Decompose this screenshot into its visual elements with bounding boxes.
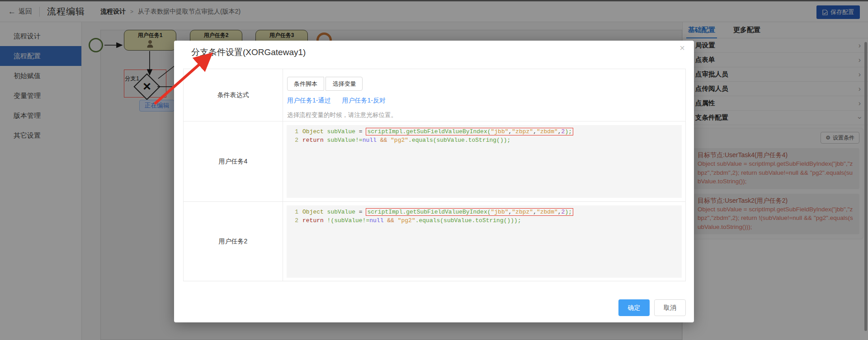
confirm-button[interactable]: 确定 xyxy=(618,299,650,316)
row-label-usertask2: 用户任务2 xyxy=(184,202,283,281)
code-editor-usertask4[interactable]: 1Object subValue = scriptImpl.getSubFiel… xyxy=(287,125,682,198)
modal-title: 分支条件设置(XORGateway1) xyxy=(191,45,306,60)
code-editor-usertask2[interactable]: 1Object subValue = scriptImpl.getSubFiel… xyxy=(287,205,682,278)
cancel-button[interactable]: 取消 xyxy=(654,299,686,316)
branch-condition-modal: 分支条件设置(XORGateway1) × 条件表达式 条件脚本 选择变量 用户… xyxy=(174,41,694,322)
condition-table: 条件表达式 条件脚本 选择变量 用户任务1-通过 用户任务1-反对 选择流程变量… xyxy=(183,69,686,281)
select-variable-button[interactable]: 选择变量 xyxy=(326,77,363,91)
code-line: return subValue!=null && "pg2".equals(su… xyxy=(302,137,510,144)
row-label-condition-expression: 条件表达式 xyxy=(184,69,283,121)
line-number: 1 xyxy=(287,127,298,136)
close-icon[interactable]: × xyxy=(679,43,685,52)
link-usertask1-approve[interactable]: 用户任务1-通过 xyxy=(287,97,330,105)
line-number: 2 xyxy=(287,216,298,225)
code-line: Object subValue = scriptImpl.getSubField… xyxy=(302,208,573,216)
line-number: 1 xyxy=(287,208,298,216)
link-usertask1-reject[interactable]: 用户任务1-反对 xyxy=(342,97,385,105)
code-line: return !(subValue!=null && "pg2".equals(… xyxy=(302,217,521,224)
cursor-position-hint: 选择流程变量的时候，请注意光标位置。 xyxy=(287,111,679,119)
code-line: Object subValue = scriptImpl.getSubField… xyxy=(302,128,573,135)
row-label-usertask4: 用户任务4 xyxy=(184,121,283,201)
line-number: 2 xyxy=(287,136,298,144)
condition-script-button[interactable]: 条件脚本 xyxy=(287,77,324,91)
app-window: ← 返回 流程编辑 流程设计 > 从子表数据中提取节点审批人(版本2) 保存配置… xyxy=(0,0,868,340)
